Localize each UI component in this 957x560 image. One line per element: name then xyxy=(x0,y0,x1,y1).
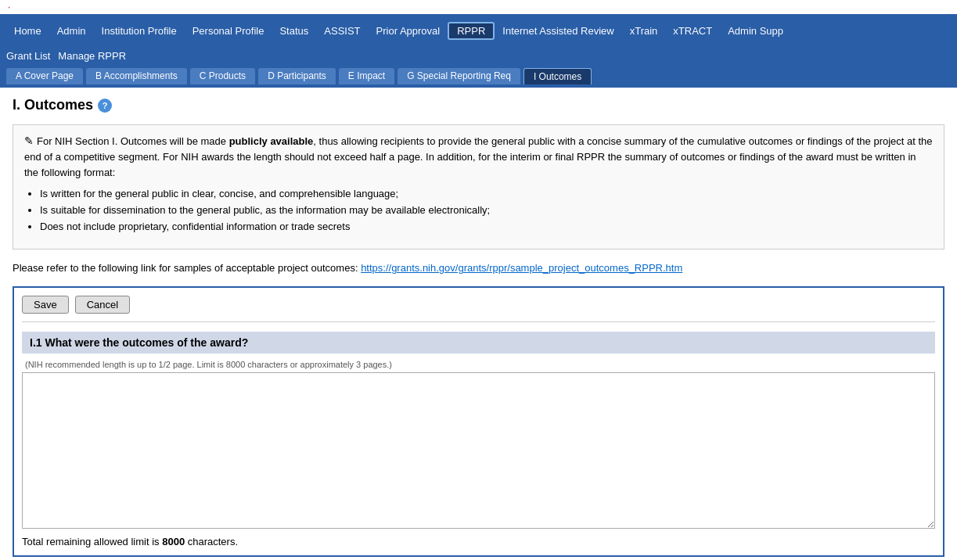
link-prefix: Please refer to the following link for s… xyxy=(13,262,361,274)
pencil-icon: ✎ xyxy=(24,133,34,149)
nav-prior-approval[interactable]: Prior Approval xyxy=(369,22,448,40)
form-container: Save Cancel I.1 What were the outcomes o… xyxy=(13,286,944,557)
top-navigation: Home Admin Institution Profile Personal … xyxy=(0,14,957,47)
subnav-grant-list[interactable]: Grant List xyxy=(6,50,50,62)
nav-admin[interactable]: Admin xyxy=(49,22,94,40)
textarea-hint: (NIH recommended length is up to 1/2 pag… xyxy=(22,360,935,369)
link-paragraph: Please refer to the following link for s… xyxy=(13,262,944,274)
tab-b-accomplishments[interactable]: B Accomplishments xyxy=(86,68,187,84)
char-count: Total remaining allowed limit is 8000 ch… xyxy=(22,536,935,547)
subnav-manage-rppr[interactable]: Manage RPPR xyxy=(58,50,126,62)
nav-status[interactable]: Status xyxy=(272,22,316,40)
info-section: ✎For NIH Section I. Outcomes will be mad… xyxy=(13,124,944,249)
sub-navigation: Grant List Manage RPPR xyxy=(0,47,957,65)
nav-admin-supp[interactable]: Admin Supp xyxy=(720,22,791,40)
nav-rppr[interactable]: RPPR xyxy=(448,22,495,40)
outcomes-textarea[interactable] xyxy=(22,372,935,529)
nav-institution-profile[interactable]: Institution Profile xyxy=(94,22,185,40)
cancel-button[interactable]: Cancel xyxy=(75,296,130,314)
page-title-area: I. Outcomes ? xyxy=(13,97,944,113)
form-divider xyxy=(22,321,935,322)
char-count-prefix: Total remaining allowed limit is xyxy=(22,536,162,547)
tab-g-special-reporting[interactable]: G Special Reporting Req xyxy=(398,68,520,84)
nav-assist[interactable]: ASSIST xyxy=(316,22,368,40)
tab-e-impact[interactable]: E Impact xyxy=(339,68,394,84)
nav-xtract[interactable]: xTRACT xyxy=(665,22,720,40)
nav-internet-assisted-review[interactable]: Internet Assisted Review xyxy=(495,22,621,40)
tab-d-participants[interactable]: D Participants xyxy=(258,68,336,84)
nav-home[interactable]: Home xyxy=(6,22,49,40)
section-tabs: A Cover Page B Accomplishments C Product… xyxy=(0,65,957,88)
logo: · xyxy=(8,2,10,13)
main-content: I. Outcomes ? ✎For NIH Section I. Outcom… xyxy=(0,88,957,560)
char-count-value: 8000 xyxy=(162,536,185,547)
nav-personal-profile[interactable]: Personal Profile xyxy=(185,22,272,40)
bullet-3: Does not include proprietary, confidenti… xyxy=(40,219,933,235)
char-count-suffix: characters. xyxy=(185,536,238,547)
tab-a-cover-page[interactable]: A Cover Page xyxy=(6,68,83,84)
info-paragraph: ✎For NIH Section I. Outcomes will be mad… xyxy=(24,133,933,180)
outcomes-section-header: I.1 What were the outcomes of the award? xyxy=(22,332,935,354)
help-icon[interactable]: ? xyxy=(98,99,112,113)
nav-xtrain[interactable]: xTrain xyxy=(622,22,666,40)
page-title: I. Outcomes xyxy=(13,97,93,113)
outcomes-sample-link[interactable]: https://grants.nih.gov/grants/rppr/sampl… xyxy=(361,262,682,274)
info-bullets: Is written for the general public in cle… xyxy=(40,186,933,235)
save-button[interactable]: Save xyxy=(22,296,69,314)
bullet-1: Is written for the general public in cle… xyxy=(40,186,933,203)
form-buttons: Save Cancel xyxy=(22,296,935,314)
tab-i-outcomes[interactable]: I Outcomes xyxy=(523,68,592,84)
tab-c-products[interactable]: C Products xyxy=(190,68,255,84)
bullet-2: Is suitable for dissemination to the gen… xyxy=(40,203,933,219)
